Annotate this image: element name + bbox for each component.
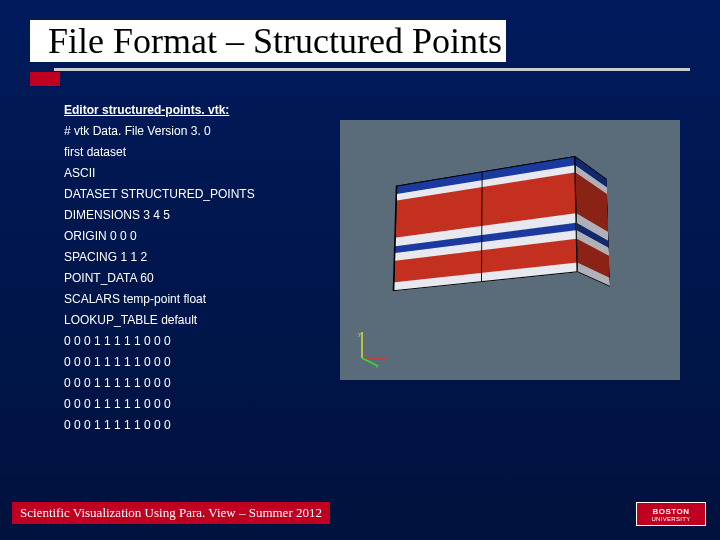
file-line: 0 0 0 1 1 1 1 1 0 0 0 bbox=[64, 415, 255, 436]
file-line: 0 0 0 1 1 1 1 1 0 0 0 bbox=[64, 331, 255, 352]
file-line: 0 0 0 1 1 1 1 1 0 0 0 bbox=[64, 394, 255, 415]
file-line: ASCII bbox=[64, 163, 255, 184]
title-underline bbox=[54, 68, 690, 71]
file-line: POINT_DATA 60 bbox=[64, 268, 255, 289]
file-line: 0 0 0 1 1 1 1 1 0 0 0 bbox=[64, 352, 255, 373]
block-side-face bbox=[575, 156, 610, 287]
footer: Scientific Visualization Using Para. Vie… bbox=[12, 502, 330, 524]
file-line: SPACING 1 1 2 bbox=[64, 247, 255, 268]
editor-label: Editor structured-points. vtk: bbox=[64, 100, 255, 121]
file-line: 0 0 0 1 1 1 1 1 0 0 0 bbox=[64, 373, 255, 394]
block-front-face bbox=[393, 156, 578, 291]
logo-line2: UNIVERSITY bbox=[651, 516, 690, 522]
file-line: first dataset bbox=[64, 142, 255, 163]
file-line: LOOKUP_TABLE default bbox=[64, 310, 255, 331]
visualization-viewport: x y z bbox=[340, 120, 680, 380]
file-line: SCALARS temp-point float bbox=[64, 289, 255, 310]
boston-university-logo: BOSTON UNIVERSITY bbox=[636, 502, 706, 526]
file-line: DIMENSIONS 3 4 5 bbox=[64, 205, 255, 226]
file-content: Editor structured-points. vtk: # vtk Dat… bbox=[64, 100, 255, 436]
logo-line1: BOSTON bbox=[652, 507, 689, 516]
file-line: ORIGIN 0 0 0 bbox=[64, 226, 255, 247]
title-accent-box bbox=[30, 72, 60, 86]
axes-gizmo-icon: x y z bbox=[352, 328, 392, 368]
svg-text:z: z bbox=[376, 363, 379, 368]
footer-text: Scientific Visualization Using Para. Vie… bbox=[12, 502, 330, 524]
file-line: # vtk Data. File Version 3. 0 bbox=[64, 121, 255, 142]
file-line: DATASET STRUCTURED_POINTS bbox=[64, 184, 255, 205]
svg-text:x: x bbox=[386, 351, 389, 357]
slide-title: File Format – Structured Points bbox=[30, 20, 506, 62]
svg-text:y: y bbox=[358, 331, 361, 337]
structured-points-block bbox=[415, 168, 595, 298]
